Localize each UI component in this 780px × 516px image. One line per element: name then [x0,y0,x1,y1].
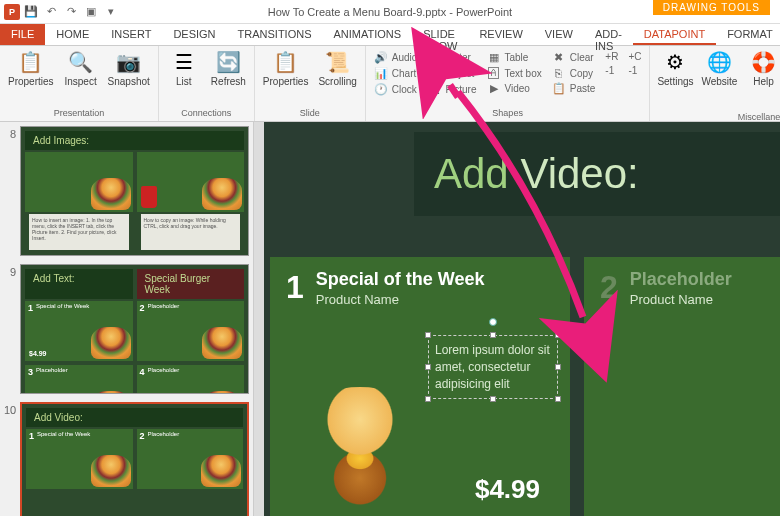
tab-animations[interactable]: ANIMATIONS [323,24,413,45]
clear-icon: ✖ [552,51,566,64]
selected-textbox[interactable]: Lorem ipsum dolor sit amet, consectetur … [428,335,558,399]
gear-icon: ⚙ [666,50,684,74]
minus-one-button[interactable]: -1 [601,64,622,77]
paste-button[interactable]: 📋Paste [548,81,600,96]
list-button[interactable]: ☰List [163,48,205,89]
resize-handle[interactable] [425,396,431,402]
help-icon: 🛟 [751,50,776,74]
tab-home[interactable]: HOME [45,24,100,45]
resize-handle[interactable] [425,364,431,370]
thumbnail-8[interactable]: 8 Add Images: How to insert an image: 1.… [4,126,249,256]
video-button[interactable]: ▶Video [483,81,546,96]
blank-button[interactable] [601,78,622,80]
inspect-button[interactable]: 🔍Inspect [60,48,102,89]
website-button[interactable]: 🌐Website [698,48,740,89]
group-label: Connections [163,107,250,119]
redo-icon[interactable]: ↷ [62,3,80,21]
tab-design[interactable]: DESIGN [162,24,226,45]
refresh-icon: 🔄 [216,50,241,74]
thumb-title: Add Images: [25,131,244,150]
tab-view[interactable]: VIEW [534,24,584,45]
card-title: Placeholder [630,269,780,290]
tab-addins[interactable]: ADD-INS [584,24,633,45]
clear-button[interactable]: ✖Clear [548,50,600,65]
snapshot-icon: 📷 [116,50,141,74]
drawing-tools-tab: DRAWING TOOLS [653,0,770,15]
lorem-text: Lorem ipsum dolor sit amet, consectetur … [435,343,550,391]
table-icon: ▦ [487,51,501,64]
menu-card-1[interactable]: 1 Special of the Week Product Name Lorem… [270,257,570,516]
thumbnail-9[interactable]: 9 Add Text:Special Burger Week 1Special … [4,264,249,394]
tab-datapoint[interactable]: DATAPOINT [633,24,716,45]
thumb-help-text: How to insert an image: 1. In the top me… [29,214,129,250]
group-slide: 📋Properties 📜Scrolling Slide [255,46,366,121]
slide-canvas[interactable]: Add Video: 1 Special of the Week Product… [254,122,780,516]
picture-button[interactable]: 🖼Picture [423,82,480,96]
slide-properties-button[interactable]: 📋Properties [259,48,313,89]
resize-handle[interactable] [425,332,431,338]
object-button[interactable]: ▢Object [423,66,480,81]
tab-file[interactable]: FILE [0,24,45,45]
settings-button[interactable]: ⚙Settings [654,48,696,89]
thumb-help-text: How to copy an image: While holding CTRL… [141,214,241,250]
thumb-title: Add Video: [26,408,243,427]
audio-button[interactable]: 🔊Audio [370,50,422,65]
slide-title[interactable]: Add Video: [414,132,780,216]
inspect-icon: 🔍 [68,50,93,74]
properties-icon: 📋 [18,50,43,74]
card-subtitle: Product Name [630,292,780,307]
save-icon[interactable]: 💾 [22,3,40,21]
group-label: Shapes [370,107,646,119]
tab-format[interactable]: FORMAT [716,24,780,45]
properties-button[interactable]: 📋Properties [4,48,58,89]
audio-icon: 🔊 [374,51,388,64]
refresh-button[interactable]: 🔄Refresh [207,48,250,89]
help-button[interactable]: 🛟Help [742,48,780,89]
rotate-handle[interactable] [489,318,497,326]
chart-button[interactable]: 📊Chart [370,66,422,81]
card-number: 1 [286,269,304,306]
slideshow-icon[interactable]: ▣ [82,3,100,21]
paste-icon: 📋 [552,82,566,95]
textbox-button[interactable]: 🄰Text box [483,66,546,80]
resize-handle[interactable] [555,332,561,338]
thumb-number: 10 [4,402,16,516]
burger-image [270,387,450,516]
card-title: Special of the Week [316,269,554,290]
workspace: 8 Add Images: How to insert an image: 1.… [0,122,780,516]
menu-card-2[interactable]: 2 Placeholder Product Name [584,257,780,516]
clock-button[interactable]: 🕐Clock [370,82,422,97]
meter-button[interactable]: ◔Meter [423,50,480,65]
tab-slideshow[interactable]: SLIDE SHOW [412,24,468,45]
thumbnail-10[interactable]: 10 Add Video: 1Special of the Week 2Plac… [4,402,249,516]
thumb-title: Special Burger Week [137,269,245,299]
powerpoint-icon: P [4,4,20,20]
group-presentation: 📋Properties 🔍Inspect 📷Snapshot Presentat… [0,46,159,121]
tab-review[interactable]: REVIEW [468,24,533,45]
card-subtitle: Product Name [316,292,554,307]
group-label: Slide [259,107,361,119]
group-connections: ☰List 🔄Refresh Connections [159,46,255,121]
add-row-button[interactable]: +R [601,50,622,63]
resize-handle[interactable] [490,396,496,402]
thumb-number: 8 [4,126,16,256]
tab-insert[interactable]: INSERT [100,24,162,45]
tab-transitions[interactable]: TRANSITIONS [227,24,323,45]
thumb-number: 9 [4,264,16,394]
qat-more-icon[interactable]: ▾ [102,3,120,21]
ribbon-tabs: FILE HOME INSERT DESIGN TRANSITIONS ANIM… [0,24,780,46]
undo-icon[interactable]: ↶ [42,3,60,21]
scrolling-button[interactable]: 📜Scrolling [314,48,360,89]
copy-button[interactable]: ⎘Copy [548,66,600,80]
table-button[interactable]: ▦Table [483,50,546,65]
resize-handle[interactable] [555,396,561,402]
resize-handle[interactable] [555,364,561,370]
slide-thumbnails: 8 Add Images: How to insert an image: 1.… [0,122,254,516]
globe-icon: 🌐 [707,50,732,74]
resize-handle[interactable] [490,332,496,338]
snapshot-button[interactable]: 📷Snapshot [104,48,154,89]
add-col-button[interactable]: +C [624,50,645,63]
minus-one-button[interactable]: -1 [624,64,645,77]
group-misc: ⚙Settings 🌐Website 🛟Help ⟳Check for upda… [650,46,780,121]
window-title: How To Create a Menu Board-9.pptx - Powe… [268,6,512,18]
